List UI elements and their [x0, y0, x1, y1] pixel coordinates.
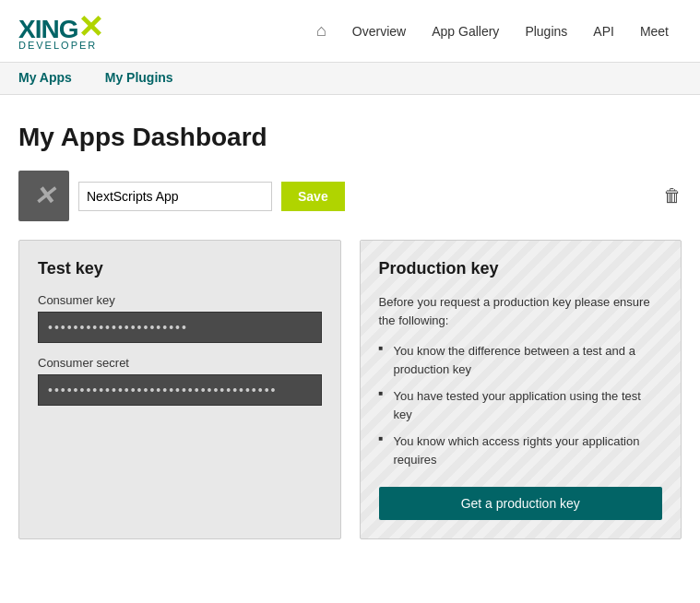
main-content: My Apps Dashboard ✕ Save 🗑 Test key Cons…: [0, 95, 700, 567]
nav-overview[interactable]: Overview: [339, 0, 419, 63]
app-row: ✕ Save 🗑: [18, 171, 682, 221]
test-key-panel: Test key Consumer key Consumer secret: [18, 240, 341, 539]
page-title: My Apps Dashboard: [18, 123, 682, 152]
consumer-secret-label: Consumer secret: [38, 356, 322, 370]
header: XING✕ DEVELOPER ⌂ Overview App Gallery P…: [0, 0, 700, 63]
nav-api[interactable]: API: [580, 0, 627, 63]
trash-icon: 🗑: [663, 185, 682, 206]
app-xing-icon: ✕: [33, 181, 54, 211]
get-production-key-button[interactable]: Get a production key: [379, 487, 663, 520]
consumer-key-input[interactable]: [38, 312, 322, 343]
save-button[interactable]: Save: [281, 182, 345, 211]
main-nav: ⌂ Overview App Gallery Plugins API Meet: [303, 0, 682, 63]
nav-home[interactable]: ⌂: [303, 0, 339, 63]
nav-plugins[interactable]: Plugins: [512, 0, 580, 63]
consumer-secret-input[interactable]: [38, 374, 322, 406]
logo-developer: DEVELOPER: [18, 41, 102, 51]
panels-row: Test key Consumer key Consumer secret Pr…: [18, 240, 682, 539]
checklist-item-1: You know the difference between a test a…: [379, 342, 663, 378]
nav-meet[interactable]: Meet: [627, 0, 682, 63]
subnav-my-apps[interactable]: My Apps: [18, 63, 83, 94]
sub-nav-separator: [94, 63, 105, 94]
checklist-item-2: You have tested your application using t…: [379, 387, 663, 423]
production-key-description: Before you request a production key plea…: [379, 293, 663, 329]
app-name-input[interactable]: [78, 182, 272, 211]
delete-app-button[interactable]: 🗑: [663, 185, 682, 207]
sub-nav: My Apps My Plugins: [0, 63, 700, 95]
checklist-item-3: You know which access rights your applic…: [379, 432, 663, 468]
nav-app-gallery[interactable]: App Gallery: [419, 0, 512, 63]
production-key-panel: Production key Before you request a prod…: [360, 240, 682, 539]
home-icon: ⌂: [316, 21, 326, 41]
logo-text-wrap: XING✕ DEVELOPER: [18, 11, 102, 51]
production-key-title: Production key: [379, 259, 663, 278]
subnav-my-plugins[interactable]: My Plugins: [105, 63, 184, 94]
consumer-key-label: Consumer key: [38, 293, 322, 307]
logo-area: XING✕ DEVELOPER: [18, 11, 102, 51]
production-key-checklist: You know the difference between a test a…: [379, 342, 663, 468]
test-key-title: Test key: [38, 259, 322, 278]
app-icon-box: ✕: [18, 171, 69, 221]
